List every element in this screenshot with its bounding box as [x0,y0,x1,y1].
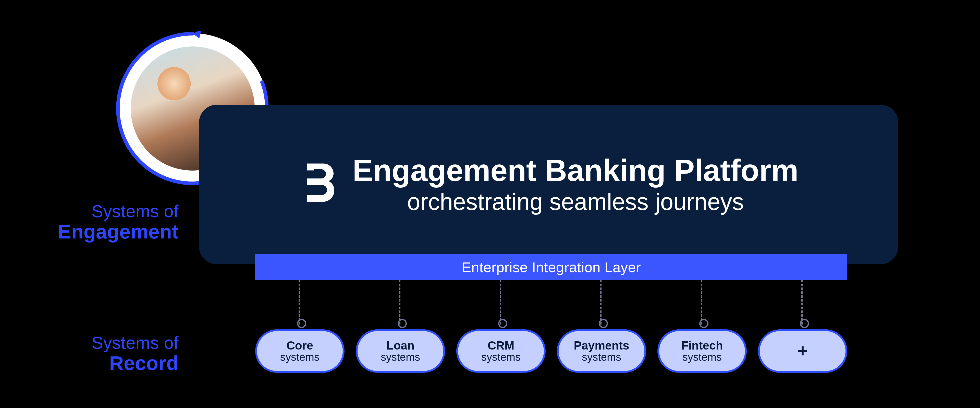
systems-of-engagement-label: Systems of Engagement [15,202,179,243]
systems-of-record-line1: Systems of [15,333,179,352]
systems-of-record-line2: Record [15,352,179,374]
brand-logo-icon [299,163,337,206]
connector-line [500,280,501,325]
platform-inner: Engagement Banking Platform orchestratin… [199,105,898,264]
systems-of-engagement-line1: Systems of [15,202,179,221]
systems-of-engagement-line2: Engagement [15,221,179,243]
integration-layer-bar: Enterprise Integration Layer [255,254,847,280]
record-system-loan: Loan systems [356,329,445,373]
pill-top: + [797,342,808,360]
connectors-group [255,280,847,325]
pill-bottom: systems [582,352,621,363]
pill-top: Loan [387,339,414,352]
connector-line [801,280,803,325]
record-systems-row: Core systems Loan systems CRM systems Pa… [255,329,847,373]
platform-text: Engagement Banking Platform orchestratin… [353,153,799,216]
pill-top: Fintech [681,339,723,352]
pill-top: Payments [574,339,629,352]
record-system-crm: CRM systems [456,329,546,373]
integration-layer-label: Enterprise Integration Layer [462,259,641,276]
systems-of-record-label: Systems of Record [15,333,179,374]
connector-line [600,280,601,325]
pill-bottom: systems [682,352,722,363]
platform-card: Engagement Banking Platform orchestratin… [199,105,898,264]
record-system-payments: Payments systems [557,329,646,373]
pill-top: Core [286,339,313,352]
record-system-fintech: Fintech systems [657,329,747,373]
pill-top: CRM [488,339,514,352]
connector-line [299,280,300,325]
connector-line [701,280,702,325]
record-system-more: + [758,329,847,373]
pill-bottom: systems [481,352,520,363]
record-system-core: Core systems [255,329,345,373]
platform-subtitle: orchestrating seamless journeys [353,188,799,216]
connector-line [399,280,401,325]
pill-bottom: systems [280,352,320,363]
platform-title: Engagement Banking Platform [353,153,799,187]
pill-bottom: systems [381,352,420,363]
